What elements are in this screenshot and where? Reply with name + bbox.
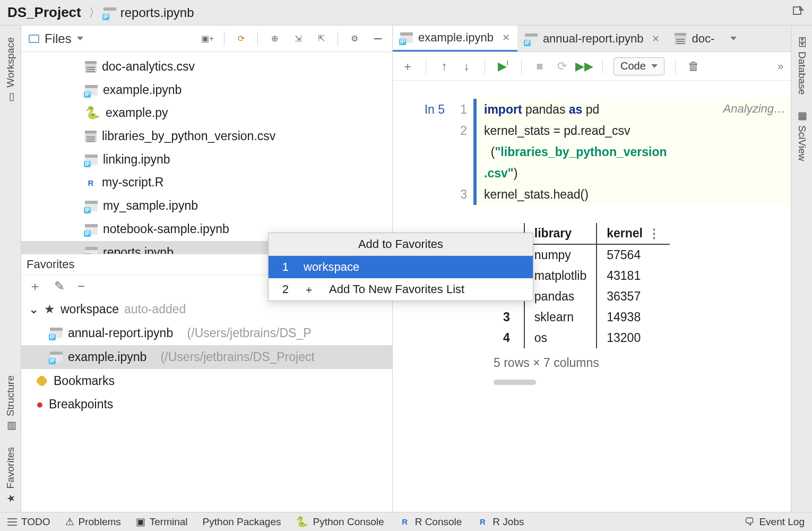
statusbar-problems[interactable]: ⚠Problems: [65, 516, 121, 528]
ipynb-icon: [525, 33, 538, 44]
breadcrumb-project[interactable]: DS_Project: [7, 4, 81, 21]
cell-type-dropdown[interactable]: Code: [614, 57, 664, 75]
statusbar-terminal[interactable]: ▣Terminal: [136, 516, 188, 528]
collapse-all-icon[interactable]: ⇱: [314, 32, 328, 46]
eventlog-icon: 🗨: [745, 516, 755, 528]
toolwindow-workspace[interactable]: ▭Workspace: [5, 30, 16, 111]
analysis-status: Analyzing…: [723, 102, 785, 116]
csv-icon: [85, 131, 97, 142]
ipynb-icon: [85, 85, 98, 96]
run-cell-icon[interactable]: ▶I: [496, 59, 511, 73]
breadcrumb-file[interactable]: reports.ipynb: [103, 5, 194, 20]
bookmark-icon: ⯃: [36, 369, 48, 393]
run-all-icon[interactable]: ▶▶: [577, 59, 592, 73]
tree-item: doc-analytics.csv: [21, 55, 392, 79]
gear-icon[interactable]: ⚙: [348, 32, 361, 46]
tree-item: my-script.R: [21, 171, 392, 194]
ipynb-icon: [85, 201, 98, 211]
statusbar-event-log[interactable]: 🗨Event Log: [745, 516, 805, 528]
status-bar: TODO ⚠Problems ▣Terminal Python Packages…: [0, 512, 812, 531]
delete-cell-icon[interactable]: 🗑: [686, 59, 701, 73]
toolwindow-database[interactable]: 🗄Database: [796, 30, 808, 102]
plus-icon: ＋: [304, 284, 314, 295]
ipynb-icon: [85, 224, 98, 235]
toolwindow-favorites[interactable]: ★Favorites: [5, 440, 16, 512]
popup-item-workspace[interactable]: 1 workspace: [269, 256, 533, 278]
favorites-item: example.ipynb (/Users/jetbrains/DS_Proje…: [21, 345, 392, 369]
tree-item: 🐍example.py: [21, 101, 392, 125]
popup-title: Add to Favorites: [269, 233, 533, 256]
ipynb-icon: [85, 155, 98, 165]
list-icon: [7, 521, 17, 523]
editor-tab[interactable]: annual-report.ipynb✕: [517, 25, 668, 52]
project-panel-header: Files ▣+ ⟳ ⊕ ⇲ ⇱ ⚙ −: [21, 25, 392, 52]
toolbar-overflow-icon[interactable]: »: [778, 60, 783, 72]
new-folder-icon[interactable]: ▣+: [201, 32, 214, 46]
add-to-favorites-menu[interactable]: Add to Favorites 1 workspace 2 ＋ Add To …: [268, 233, 533, 301]
left-toolwindow-rail: ▭Workspace ▤Structure ★Favorites: [0, 25, 21, 512]
chevron-down-icon: [77, 37, 83, 40]
project-scope-dropdown[interactable]: Files: [29, 31, 83, 46]
breakpoint-icon: ●: [36, 392, 44, 416]
r-icon: [399, 517, 411, 527]
tree-item: linking.ipynb: [21, 148, 392, 172]
tree-item: my_sample.ipynb: [21, 194, 392, 218]
table-header: library: [524, 223, 597, 244]
table-header: kernel⋮: [597, 223, 670, 244]
sciview-icon: ▦: [796, 109, 808, 121]
restart-kernel-icon[interactable]: ⟳: [555, 59, 569, 73]
close-tab-icon[interactable]: ✕: [652, 33, 660, 45]
notebook-toolbar: ＋ ↑ ↓ ▶I ■ ⟳ ▶▶ Code 🗑 »: [393, 52, 791, 81]
popup-item-add-new-list[interactable]: 2 ＋ Add To New Favorites List: [269, 278, 533, 301]
favorites-bookmarks[interactable]: ⯃Bookmarks: [21, 369, 392, 393]
line-gutter: 1 2 3: [451, 99, 473, 205]
add-favorite-icon[interactable]: ＋: [29, 278, 41, 295]
output-resize-handle[interactable]: [494, 380, 536, 385]
add-cell-icon[interactable]: ＋: [400, 58, 415, 74]
move-cell-down-icon[interactable]: ↓: [459, 59, 474, 73]
statusbar-r-jobs[interactable]: R Jobs: [477, 516, 524, 528]
refresh-icon[interactable]: ⟳: [234, 32, 248, 46]
close-tab-icon[interactable]: ✕: [502, 32, 510, 44]
minimize-icon[interactable]: −: [371, 32, 385, 46]
editor-tab[interactable]: example.ipynb✕: [393, 25, 517, 52]
breadcrumb-bar: DS_Project 〉 reports.ipynb: [0, 0, 812, 25]
terminal-icon: ▣: [136, 516, 145, 528]
output-shape: 5 rows × 7 columns: [494, 356, 791, 370]
move-cell-up-icon[interactable]: ↑: [437, 59, 452, 73]
favorites-tree[interactable]: ⌄ ★ workspace auto-added annual-report.i…: [21, 297, 392, 416]
table-kebab-icon[interactable]: ⋮: [648, 226, 660, 240]
r-icon: [477, 517, 488, 527]
csv-icon: [85, 61, 97, 73]
python-icon: 🐍: [296, 516, 308, 528]
chevron-right-icon: 〉: [89, 5, 100, 21]
ipynb-icon: [50, 328, 63, 338]
toolwindow-structure[interactable]: ▤Structure: [5, 368, 16, 440]
stop-icon[interactable]: ■: [532, 59, 547, 73]
favorites-breakpoints[interactable]: ●Breakpoints: [21, 392, 392, 416]
ipynb-icon: [50, 352, 63, 362]
r-icon: [85, 178, 97, 187]
project-icon: [29, 35, 39, 43]
project-tree[interactable]: doc-analytics.csv example.ipynb 🐍example…: [21, 52, 392, 254]
statusbar-todo[interactable]: TODO: [7, 516, 50, 528]
editor-tabs: example.ipynb✕ annual-report.ipynb✕ doc-: [393, 25, 791, 52]
statusbar-python-packages[interactable]: Python Packages: [203, 516, 281, 528]
warning-icon: ⚠: [65, 516, 74, 528]
statusbar-python-console[interactable]: 🐍Python Console: [296, 516, 384, 528]
toolwindow-sciview[interactable]: ▦SciView: [796, 102, 808, 168]
csv-icon: [675, 33, 686, 45]
tabs-overflow-chevron[interactable]: [722, 25, 745, 52]
edit-favorite-icon[interactable]: ✎: [54, 279, 65, 294]
tree-item: libraries_by_python_version.csv: [21, 125, 392, 148]
editor-tab[interactable]: doc-: [667, 25, 722, 52]
database-icon: 🗄: [796, 37, 808, 47]
edit-configurations-icon[interactable]: [792, 5, 805, 20]
locate-icon[interactable]: ⊕: [267, 32, 281, 46]
statusbar-r-console[interactable]: R Console: [399, 516, 462, 528]
expand-all-icon[interactable]: ⇲: [291, 32, 305, 46]
right-toolwindow-rail: 🗄Database ▦SciView: [791, 25, 812, 512]
chevron-down-icon: ⌄: [29, 297, 39, 321]
star-icon: ★: [44, 297, 55, 321]
remove-favorite-icon[interactable]: −: [77, 279, 85, 294]
